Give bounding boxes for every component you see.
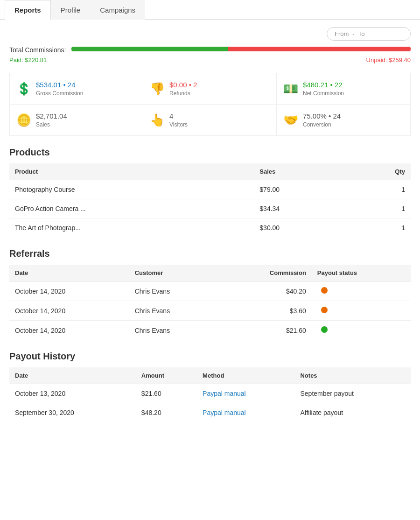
table-row: September 30, 2020 $48.20 Paypal manual … [9,403,411,422]
product-name: Photography Course [9,180,254,199]
to-label: To [358,30,365,37]
payout-col-amount: Amount [136,367,197,384]
payout-col-notes: Notes [294,367,411,384]
payout-amount: $21.60 [136,384,197,403]
referrals-title: Referrals [9,248,411,259]
payout-date: September 30, 2020 [9,403,136,422]
dollar-icon: 💲 [16,82,31,96]
payout-history-table: Date Amount Method Notes October 13, 202… [9,367,411,422]
table-row: Photography Course $79.00 1 [9,180,411,199]
product-name: The Art of Photograp... [9,218,254,238]
products-col-product: Product [9,163,254,180]
payout-method-link[interactable]: Paypal manual [203,390,246,397]
product-name: GoPro Action Camera ... [9,199,254,218]
tab-bar: Reports Profile Campaigns [0,0,420,20]
payout-method-link[interactable]: Paypal manual [203,409,246,416]
referrals-table: Date Customer Commission Payout status O… [9,265,411,340]
conversion-label: Conversion [303,121,341,128]
referral-date: October 14, 2020 [9,281,129,301]
gross-commission-label: Gross Commission [36,90,83,97]
stats-grid: 💲 $534.01 • 24 Gross Commission 👎 $0.00 … [9,73,411,136]
status-dot [321,307,328,313]
coins-icon: 🪙 [16,113,31,127]
date-separator: - [352,30,354,37]
sales-value: $2,701.04 [36,112,67,120]
referral-commission: $40.20 [219,281,312,301]
referral-customer: Chris Evans [129,281,219,301]
progress-paid [71,47,227,51]
products-col-sales: Sales [254,163,347,180]
payout-notes: September payout [294,384,411,403]
referral-status [312,301,411,321]
referral-status [312,281,411,301]
commission-label: Total Commissions: [9,46,66,54]
payout-history-title: Payout History [9,351,411,362]
referral-commission: $21.60 [219,321,312,340]
conversion-value: 75.00% • 24 [303,112,341,120]
table-row: The Art of Photograp... $30.00 1 [9,218,411,238]
visitors-value: 4 [169,112,188,120]
referral-customer: Chris Evans [129,301,219,321]
table-row: October 13, 2020 $21.60 Paypal manual Se… [9,384,411,403]
tab-reports[interactable]: Reports [5,0,51,20]
referral-date: October 14, 2020 [9,301,129,321]
table-row: October 14, 2020 Chris Evans $21.60 [9,321,411,340]
status-dot [321,326,328,333]
money-hand-icon: 💵 [283,82,298,96]
table-row: GoPro Action Camera ... $34.34 1 [9,199,411,218]
referrals-section: Referrals Date Customer Commission Payou… [9,248,411,340]
progress-unpaid [228,47,411,51]
payout-method: Paypal manual [197,384,294,403]
product-sales: $34.34 [254,199,347,218]
paid-amount: Paid: $220.81 [9,56,47,63]
payout-col-date: Date [9,367,136,384]
gross-commission-value: $534.01 • 24 [36,81,83,89]
payout-method: Paypal manual [197,403,294,422]
products-section: Products Product Sales Qty Photography C… [9,147,411,237]
payout-notes: Affiliate payout [294,403,411,422]
stat-gross-commission: 💲 $534.01 • 24 Gross Commission [10,73,143,105]
products-col-qty: Qty [347,163,411,180]
product-sales: $30.00 [254,218,347,238]
referrals-col-commission: Commission [219,265,312,281]
refunds-value: $0.00 • 2 [169,81,197,89]
product-sales: $79.00 [254,180,347,199]
unpaid-amount: Unpaid: $259.40 [366,56,411,63]
referral-commission: $3.60 [219,301,312,321]
products-title: Products [9,147,411,158]
main-content: From - To Total Commissions: Paid: $220.… [0,20,420,441]
net-commission-label: Net Commission [303,90,344,97]
products-table: Product Sales Qty Photography Course $79… [9,163,411,237]
pointer-icon: 👆 [150,113,165,127]
stat-sales: 🪙 $2,701.04 Sales [10,105,143,135]
commission-section: Total Commissions: Paid: $220.81 Unpaid:… [9,46,411,63]
sales-label: Sales [36,121,67,128]
referrals-col-status: Payout status [312,265,411,281]
refunds-label: Refunds [169,90,197,97]
date-range-input[interactable]: From - To [327,27,411,41]
referral-customer: Chris Evans [129,321,219,340]
table-row: October 14, 2020 Chris Evans $40.20 [9,281,411,301]
stat-net-commission: 💵 $480.21 • 22 Net Commission [277,73,410,105]
commission-amounts: Paid: $220.81 Unpaid: $259.40 [9,56,411,63]
referrals-col-date: Date [9,265,129,281]
handshake-icon: 🤝 [283,113,298,127]
table-row: October 14, 2020 Chris Evans $3.60 [9,301,411,321]
thumbsdown-icon: 👎 [150,82,165,96]
tab-campaigns[interactable]: Campaigns [90,0,145,20]
payout-col-method: Method [197,367,294,384]
stat-conversion: 🤝 75.00% • 24 Conversion [277,105,410,135]
stat-visitors: 👆 4 Visitors [143,105,277,135]
referral-status [312,321,411,340]
product-qty: 1 [347,199,411,218]
payout-amount: $48.20 [136,403,197,422]
product-qty: 1 [347,218,411,238]
visitors-label: Visitors [169,121,188,128]
date-range-row: From - To [9,27,411,41]
referral-date: October 14, 2020 [9,321,129,340]
tab-profile[interactable]: Profile [51,0,91,20]
product-qty: 1 [347,180,411,199]
payout-date: October 13, 2020 [9,384,136,403]
stat-refunds: 👎 $0.00 • 2 Refunds [143,73,277,105]
net-commission-value: $480.21 • 22 [303,81,344,89]
